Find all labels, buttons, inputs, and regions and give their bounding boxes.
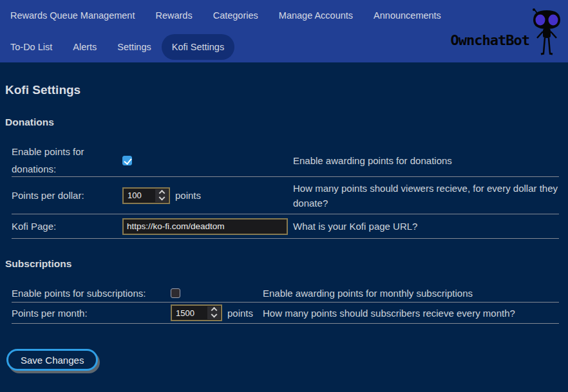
nav-manage-accounts[interactable]: Manage Accounts	[279, 10, 353, 21]
table-row: Kofi Page: What is your Kofi page URL?	[12, 214, 559, 239]
subscriptions-settings-table: Enable points for subscriptions: Enable …	[12, 285, 559, 324]
enable-donations-description: Enable awarding points for donations	[293, 153, 559, 168]
points-per-month-description: How many points should subscribers recie…	[263, 306, 559, 321]
kofi-page-description: What is your Kofi page URL?	[293, 219, 559, 234]
kofi-page-input[interactable]	[122, 218, 288, 235]
points-per-dollar-value: 100	[124, 189, 155, 203]
number-stepper[interactable]	[155, 189, 168, 202]
robot-icon	[531, 8, 563, 57]
logo-text: OwnchatBot	[451, 32, 529, 48]
nav-rewards[interactable]: Rewards	[155, 10, 192, 21]
table-row: Points per month: 1500 points How many p…	[12, 303, 559, 324]
donations-settings-table: Enable points for donations: Enable awar…	[12, 143, 559, 239]
enable-subscriptions-checkbox[interactable]	[171, 288, 180, 298]
nav-settings[interactable]: Settings	[117, 42, 151, 52]
points-per-month-value: 1500	[172, 306, 207, 320]
main-content: Kofi Settings Donations Enable points fo…	[0, 83, 568, 371]
points-suffix: points	[175, 190, 201, 201]
table-row: Points per dollar: 100 points How many p…	[12, 177, 559, 214]
nav-todo-list[interactable]: To-Do List	[10, 42, 52, 52]
points-per-dollar-input[interactable]: 100	[122, 187, 170, 204]
points-suffix: points	[227, 308, 253, 319]
enable-subscriptions-label: Enable points for subscriptions:	[12, 285, 171, 302]
points-per-dollar-label: Points per dollar:	[12, 187, 122, 204]
kofi-page-label: Kofi Page:	[12, 218, 122, 235]
top-navbar: Rewards Queue Management Rewards Categor…	[0, 0, 568, 62]
section-title-subscriptions: Subscriptions	[5, 258, 568, 270]
stepper-down-icon[interactable]	[211, 312, 217, 318]
nav-kofi-settings-active-tab[interactable]: Kofi Settings	[162, 34, 234, 60]
nav-categories[interactable]: Categories	[213, 10, 258, 21]
page-title: Kofi Settings	[5, 83, 568, 97]
enable-donations-checkbox[interactable]	[122, 156, 132, 165]
points-per-month-label: Points per month:	[12, 304, 171, 322]
save-changes-button[interactable]: Save Changes	[6, 349, 98, 371]
logo: OwnchatBot	[451, 6, 563, 59]
nav-announcements[interactable]: Announcements	[374, 10, 441, 21]
nav-rewards-queue-management[interactable]: Rewards Queue Management	[10, 10, 135, 21]
table-row: Enable points for subscriptions: Enable …	[12, 285, 559, 303]
app-window: Rewards Queue Management Rewards Categor…	[0, 0, 568, 371]
nav-alerts[interactable]: Alerts	[73, 42, 97, 52]
stepper-down-icon[interactable]	[158, 194, 165, 200]
section-title-donations: Donations	[5, 117, 568, 128]
points-per-dollar-description: How many points should viewers recieve, …	[293, 181, 559, 210]
table-row: Enable points for donations: Enable awar…	[12, 143, 559, 177]
enable-subscriptions-description: Enable awarding points for monthly subsc…	[263, 286, 559, 301]
enable-donations-label: Enable points for donations:	[12, 143, 122, 178]
points-per-month-input[interactable]: 1500	[171, 304, 222, 321]
number-stepper[interactable]	[207, 306, 220, 319]
